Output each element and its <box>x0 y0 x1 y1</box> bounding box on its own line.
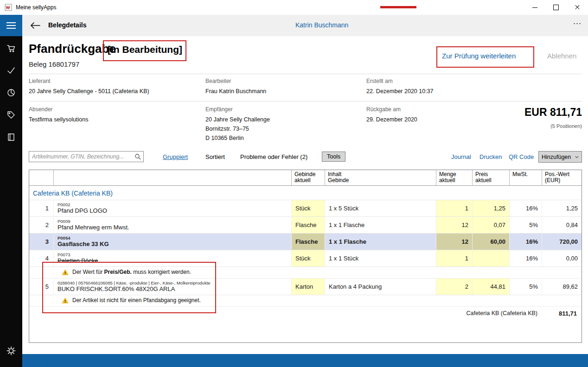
hinzufuegen-button[interactable]: Hinzufügen <box>538 151 582 163</box>
gebinde-cell[interactable]: Karton <box>292 278 325 295</box>
probleme-fehler-link[interactable]: Probleme oder Fehler (2) <box>240 153 307 160</box>
menge-cell[interactable]: 2 <box>436 278 473 295</box>
sidebar-item-settings[interactable] <box>0 340 22 362</box>
checkmark-icon <box>6 66 16 75</box>
warning-text: Der Wert für Preis/Geb. muss korrigiert … <box>72 269 191 275</box>
warning-text: Der Artikel ist nicht für einen Pfandabg… <box>72 297 201 304</box>
reject-button[interactable]: Ablehnen <box>547 52 576 60</box>
gebinde-cell[interactable]: Stück <box>292 250 325 266</box>
hinzufuegen-label: Hinzufügen <box>542 154 571 160</box>
sidebar-item-tasks[interactable] <box>0 59 22 82</box>
document-number: Beleg 16801797 <box>29 60 79 68</box>
title-bar: Meine sellyApps <box>0 0 588 15</box>
header-gebinde: Gebinde aktuell <box>292 170 325 186</box>
minimize-button[interactable] <box>524 0 545 15</box>
empfaenger-line1: 20 Jahre Selly Challenge <box>205 116 270 123</box>
menge-cell[interactable]: 1 <box>436 250 473 266</box>
back-button[interactable] <box>28 20 43 31</box>
group-footer-total: 811,71 <box>541 307 582 320</box>
article-code: P0073 <box>58 252 70 257</box>
header-preis: Preis aktuell <box>473 170 510 186</box>
article-name: BUKO FRISCHK.SORT.60% 48X20G ARLA <box>58 285 175 293</box>
tag-icon <box>6 110 16 120</box>
pie-chart-icon <box>6 88 16 97</box>
menge-cell[interactable]: 1 <box>436 200 473 216</box>
table-row-selected[interactable]: 3 P0054 Gasflasche 33 KG Flasche 1 x 1 F… <box>29 234 582 250</box>
mwst-cell: 16% <box>510 250 542 266</box>
gear-icon <box>6 346 16 356</box>
table-row[interactable]: 2 P0009 Pfand Mehrweg erm Mwst. Flasche … <box>29 217 582 234</box>
annotation-red-underline <box>380 6 416 8</box>
total-amount: EUR 811,71 <box>524 106 582 119</box>
inhalt-cell: 1 x 1 Stück <box>325 250 436 266</box>
menge-cell[interactable]: 12 <box>436 234 473 250</box>
gebinde-cell[interactable]: Stück <box>292 200 325 216</box>
preis-cell[interactable]: 60,00 <box>473 234 510 250</box>
table-row[interactable]: 5 0288040 | 05760466106085 | Käse, -prod… <box>29 278 582 295</box>
wert-cell: 0,84 <box>542 217 582 233</box>
positions-count: (5 Positionen) <box>550 123 582 129</box>
window-title: Meine sellyApps <box>16 4 56 11</box>
sidebar <box>0 15 22 367</box>
gebinde-cell[interactable]: Flasche <box>292 234 325 250</box>
bearbeiter-value: Frau Katrin Buschmann <box>205 88 266 95</box>
close-button[interactable] <box>567 0 588 15</box>
hamburger-menu-button[interactable] <box>0 15 22 36</box>
absender-label: Absender <box>29 106 52 113</box>
qr-code-link[interactable]: QR Code <box>509 153 534 160</box>
preis-cell[interactable]: 0,07 <box>473 217 510 233</box>
menge-cell[interactable]: 12 <box>436 217 473 233</box>
app-header: Belegdetails Katrin Buschmann ... <box>22 15 588 36</box>
group-footer-row: Cafeteria KB (Cafeteria KB) 811,71 <box>29 307 582 320</box>
preis-cell[interactable] <box>473 250 510 266</box>
article-code: P0002 <box>58 202 70 207</box>
more-menu-button[interactable]: ... <box>573 17 582 26</box>
sortiert-link[interactable]: Sortiert <box>205 153 225 160</box>
search-icon[interactable] <box>134 153 141 160</box>
rueckgabe-label: Rückgabe am <box>366 106 401 113</box>
journal-link[interactable]: Journal <box>451 153 471 160</box>
maximize-button[interactable] <box>545 0 567 15</box>
warning-icon: ! <box>62 269 69 275</box>
positions-table: Gebinde aktuell Inhalt Gebinde Menge akt… <box>29 170 582 343</box>
article-cell: P0009 Pfand Mehrweg erm Mwst. <box>54 217 292 233</box>
forward-for-review-button[interactable]: Zur Prüfung weiterleiten <box>442 52 516 60</box>
article-name: Pfand Mehrweg erm Mwst. <box>58 224 129 231</box>
warning-text-bold: Preis/Geb. <box>104 269 131 275</box>
gruppiert-link[interactable]: Gruppiert <box>163 153 188 160</box>
group-header: Cafeteria KB (Cafeteria KB) <box>29 186 582 200</box>
table-row[interactable]: 1 P0002 Pfand DPG LOGO Stück 1 x 5 Stück… <box>29 200 582 217</box>
wert-cell: 720,00 <box>542 234 582 250</box>
warning-text-part: muss korrigiert werden. <box>132 269 191 275</box>
drucken-link[interactable]: Drucken <box>479 153 502 160</box>
back-arrow-icon <box>30 22 40 29</box>
sidebar-item-statistics[interactable] <box>0 82 22 104</box>
article-code: 0288040 | 05760466106085 | Käse, -produk… <box>58 280 211 285</box>
group-footer-label: Cafeteria KB (Cafeteria KB) <box>29 307 541 320</box>
chevron-down-icon <box>575 156 579 158</box>
article-code: P0054 <box>58 235 70 240</box>
sidebar-item-cart[interactable] <box>0 37 22 59</box>
article-cell: P0073 Paletten Böcke <box>54 250 292 266</box>
inhalt-cell: 1 x 1 Flasche <box>325 234 436 250</box>
wert-cell: 0,00 <box>542 250 582 266</box>
inhalt-cell: 1 x 1 Flasche <box>325 217 436 233</box>
tools-button[interactable]: Tools <box>322 152 345 162</box>
mwst-cell: 5% <box>510 278 542 295</box>
cart-icon <box>6 44 16 53</box>
search-input[interactable] <box>29 153 134 160</box>
wert-cell: 89,62 <box>542 278 582 295</box>
erstellt-label: Erstellt am <box>366 78 393 84</box>
row-number: 1 <box>29 200 54 216</box>
sidebar-item-labels[interactable] <box>0 104 22 126</box>
article-code: P0009 <box>58 219 70 224</box>
preis-cell[interactable]: 1,25 <box>473 200 510 216</box>
article-cell: 0288040 | 05760466106085 | Käse, -produk… <box>54 278 292 295</box>
warning-text-part: Der Wert für <box>72 269 104 275</box>
table-row[interactable]: 4 P0073 Paletten Böcke Stück 1 x 1 Stück… <box>29 250 582 267</box>
warning-row: ! Der Wert für Preis/Geb. muss korrigier… <box>29 267 582 278</box>
preis-cell[interactable]: 44,81 <box>473 278 510 295</box>
sidebar-item-journal[interactable] <box>0 126 22 148</box>
gebinde-cell[interactable]: Flasche <box>292 217 325 233</box>
header-wert: Pos.-Wert (EUR) <box>542 170 582 186</box>
